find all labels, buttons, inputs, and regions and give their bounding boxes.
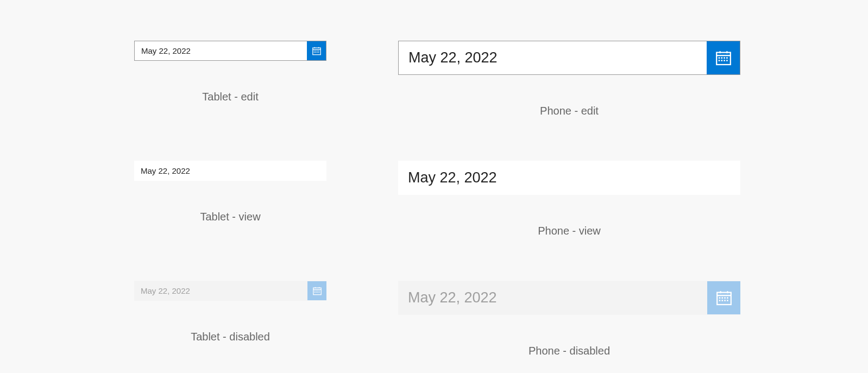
calendar-button[interactable] <box>307 41 326 60</box>
date-value: May 22, 2022 <box>398 289 707 306</box>
variant-label: Tablet - view <box>200 211 260 223</box>
date-value: May 22, 2022 <box>398 169 740 186</box>
calendar-button <box>707 281 740 314</box>
cell-phone-edit: May 22, 2022 Phone - edit <box>398 41 740 117</box>
variant-label: Phone - disabled <box>529 345 610 357</box>
calendar-button <box>307 281 326 300</box>
variant-label: Phone - view <box>538 225 601 237</box>
datepicker-variants-grid: May 22, 2022 Tablet - edit May 22, 2022 … <box>0 41 868 373</box>
datepicker-tablet-edit[interactable]: May 22, 2022 <box>134 41 326 61</box>
date-value: May 22, 2022 <box>134 166 326 175</box>
date-value[interactable]: May 22, 2022 <box>399 49 707 66</box>
variant-label: Tablet - edit <box>202 91 258 103</box>
calendar-icon <box>312 46 322 56</box>
cell-phone-disabled: May 22, 2022 Phone - disabled <box>398 281 740 357</box>
variant-label: Tablet - disabled <box>191 331 270 343</box>
calendar-icon <box>312 286 322 296</box>
datepicker-tablet-disabled: May 22, 2022 <box>134 281 326 301</box>
cell-tablet-edit: May 22, 2022 Tablet - edit <box>128 41 333 117</box>
calendar-icon <box>715 289 733 307</box>
cell-tablet-view: May 22, 2022 Tablet - view <box>128 161 333 237</box>
date-value: May 22, 2022 <box>134 286 307 295</box>
calendar-button[interactable] <box>707 41 740 74</box>
datepicker-tablet-view: May 22, 2022 <box>134 161 326 181</box>
date-value[interactable]: May 22, 2022 <box>135 46 307 55</box>
datepicker-phone-view: May 22, 2022 <box>398 161 740 195</box>
datepicker-phone-disabled: May 22, 2022 <box>398 281 740 315</box>
datepicker-phone-edit[interactable]: May 22, 2022 <box>398 41 740 75</box>
cell-phone-view: May 22, 2022 Phone - view <box>398 161 740 237</box>
calendar-icon <box>715 49 732 67</box>
cell-tablet-disabled: May 22, 2022 Tablet - disabled <box>128 281 333 357</box>
variant-label: Phone - edit <box>540 105 599 117</box>
